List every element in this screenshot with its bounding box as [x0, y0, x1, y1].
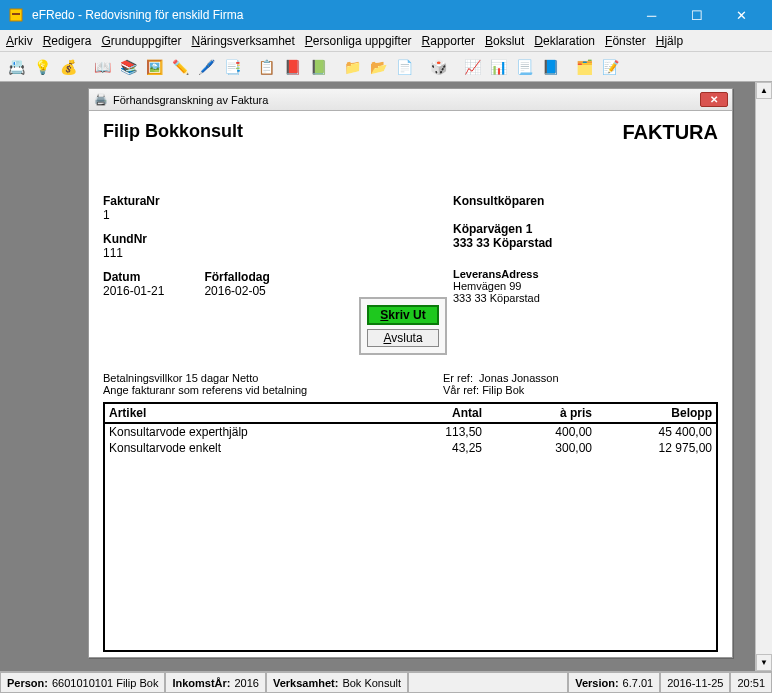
- preview-title-text: Förhandsgranskning av Faktura: [113, 94, 268, 106]
- toolbar-btn-9[interactable]: 📑: [220, 55, 244, 79]
- var-ref-label: Vår ref:: [443, 384, 479, 396]
- cell-artikel: Konsultarvode enkelt: [109, 441, 392, 455]
- preview-close-button[interactable]: ✕: [700, 92, 728, 107]
- status-date: 2016-11-25: [660, 672, 730, 693]
- toolbar-btn-17[interactable]: 📈: [460, 55, 484, 79]
- action-box: Skriv Ut Avsluta: [359, 297, 447, 355]
- er-ref-value: Jonas Jonasson: [479, 372, 559, 384]
- fakturanr-value: 1: [103, 208, 363, 222]
- fakturanr-label: FakturaNr: [103, 194, 363, 208]
- preview-body: Filip Bokkonsult FAKTURA FakturaNr 1 Kun…: [89, 111, 732, 657]
- vertical-scrollbar[interactable]: ▲ ▼: [755, 82, 772, 671]
- buyer-addr2: 333 33 Köparstad: [453, 236, 718, 250]
- toolbar-btn-5[interactable]: 📚: [116, 55, 140, 79]
- status-inkomstar: InkomstÅr:2016: [165, 672, 266, 693]
- company-name: Filip Bokkonsult: [103, 121, 243, 142]
- toolbar-btn-20[interactable]: 📘: [538, 55, 562, 79]
- payment-ref-note: Ange fakturanr som referens vid betalnin…: [103, 384, 443, 396]
- lev-addr2: 333 33 Köparstad: [453, 292, 718, 304]
- cell-belopp: 45 400,00: [592, 425, 712, 439]
- statusbar: Person:6601010101 Filip Bok InkomstÅr:20…: [0, 671, 772, 693]
- toolbar-btn-11[interactable]: 📕: [280, 55, 304, 79]
- menubar: Arkiv Redigera Grunduppgifter Näringsver…: [0, 30, 772, 52]
- menu-hjalp[interactable]: Hjälp: [656, 34, 683, 48]
- cell-apris: 300,00: [482, 441, 592, 455]
- mdi-client-area: 🖨️ Förhandsgranskning av Faktura ✕ Filip…: [0, 82, 772, 671]
- minimize-button[interactable]: ─: [629, 0, 674, 30]
- toolbar-btn-13[interactable]: 📁: [340, 55, 364, 79]
- close-button[interactable]: ✕: [719, 0, 764, 30]
- toolbar-btn-18[interactable]: 📊: [486, 55, 510, 79]
- datum-value: 2016-01-21: [103, 284, 164, 298]
- lev-addr1: Hemvägen 99: [453, 280, 718, 292]
- window-title: eFRedo - Redovisning för enskild Firma: [32, 8, 243, 22]
- status-person: Person:6601010101 Filip Bok: [0, 672, 165, 693]
- toolbar-btn-15[interactable]: 📄: [392, 55, 416, 79]
- kundnr-value: 111: [103, 246, 363, 260]
- lev-label: LeveransAdress: [453, 268, 539, 280]
- print-button[interactable]: Skriv Ut: [367, 305, 439, 325]
- toolbar-btn-6[interactable]: 🖼️: [142, 55, 166, 79]
- menu-grunduppgifter[interactable]: Grunduppgifter: [101, 34, 181, 48]
- window-titlebar: eFRedo - Redovisning för enskild Firma ─…: [0, 0, 772, 30]
- menu-naringsverksamhet[interactable]: Näringsverksamhet: [191, 34, 294, 48]
- forfall-label: Förfallodag: [204, 270, 269, 284]
- col-antal: Antal: [392, 406, 482, 420]
- kundnr-label: KundNr: [103, 232, 363, 246]
- menu-fonster[interactable]: Fönster: [605, 34, 646, 48]
- col-belopp: Belopp: [592, 406, 712, 420]
- preview-titlebar[interactable]: 🖨️ Förhandsgranskning av Faktura ✕: [89, 89, 732, 111]
- cell-apris: 400,00: [482, 425, 592, 439]
- menu-bokslut[interactable]: Bokslut: [485, 34, 524, 48]
- toolbar-btn-22[interactable]: 📝: [598, 55, 622, 79]
- printer-icon: 🖨️: [93, 93, 109, 106]
- toolbar-btn-12[interactable]: 📗: [306, 55, 330, 79]
- toolbar-btn-14[interactable]: 📂: [366, 55, 390, 79]
- menu-arkiv[interactable]: Arkiv: [6, 34, 33, 48]
- menu-personliga[interactable]: Personliga uppgifter: [305, 34, 412, 48]
- maximize-button[interactable]: ☐: [674, 0, 719, 30]
- toolbar-btn-19[interactable]: 📃: [512, 55, 536, 79]
- invoice-preview-window: 🖨️ Förhandsgranskning av Faktura ✕ Filip…: [88, 88, 733, 658]
- buyer-addr1: Köparvägen 1: [453, 222, 718, 236]
- status-time: 20:51: [730, 672, 772, 693]
- col-apris: à pris: [482, 406, 592, 420]
- app-icon: [8, 7, 24, 23]
- toolbar-btn-3[interactable]: 💰: [56, 55, 80, 79]
- scroll-down-icon[interactable]: ▼: [756, 654, 772, 671]
- invoice-items-table: Artikel Antal à pris Belopp Konsultarvod…: [103, 402, 718, 652]
- menu-arkiv-label: rkiv: [14, 34, 33, 48]
- buyer-name: Konsultköparen: [453, 194, 718, 208]
- status-version: Version:6.7.01: [568, 672, 660, 693]
- status-verksamhet: Verksamhet:Bok Konsult: [266, 672, 408, 693]
- close-preview-button[interactable]: Avsluta: [367, 329, 439, 347]
- toolbar-btn-16[interactable]: 🎲: [426, 55, 450, 79]
- var-ref-value: Filip Bok: [482, 384, 524, 396]
- toolbar-btn-2[interactable]: 💡: [30, 55, 54, 79]
- er-ref-label: Er ref:: [443, 372, 473, 384]
- svg-rect-1: [12, 13, 20, 15]
- table-row: Konsultarvode enkelt 43,25 300,00 12 975…: [105, 440, 716, 456]
- cell-artikel: Konsultarvode experthjälp: [109, 425, 392, 439]
- toolbar-btn-8[interactable]: 🖊️: [194, 55, 218, 79]
- toolbar: 📇 💡 💰 📖 📚 🖼️ ✏️ 🖊️ 📑 📋 📕 📗 📁 📂 📄 🎲 📈 📊 📃…: [0, 52, 772, 82]
- payment-terms: Betalningsvillkor 15 dagar Netto: [103, 372, 443, 384]
- forfall-value: 2016-02-05: [204, 284, 269, 298]
- toolbar-btn-10[interactable]: 📋: [254, 55, 278, 79]
- datum-label: Datum: [103, 270, 164, 284]
- scroll-up-icon[interactable]: ▲: [756, 82, 772, 99]
- toolbar-btn-1[interactable]: 📇: [4, 55, 28, 79]
- document-type: FAKTURA: [622, 121, 718, 144]
- cell-antal: 113,50: [392, 425, 482, 439]
- cell-belopp: 12 975,00: [592, 441, 712, 455]
- menu-redigera[interactable]: Redigera: [43, 34, 92, 48]
- toolbar-btn-4[interactable]: 📖: [90, 55, 114, 79]
- menu-rapporter[interactable]: Rapporter: [422, 34, 475, 48]
- cell-antal: 43,25: [392, 441, 482, 455]
- menu-deklaration[interactable]: Deklaration: [534, 34, 595, 48]
- toolbar-btn-7[interactable]: ✏️: [168, 55, 192, 79]
- table-row: Konsultarvode experthjälp 113,50 400,00 …: [105, 424, 716, 440]
- toolbar-btn-21[interactable]: 🗂️: [572, 55, 596, 79]
- col-artikel: Artikel: [109, 406, 392, 420]
